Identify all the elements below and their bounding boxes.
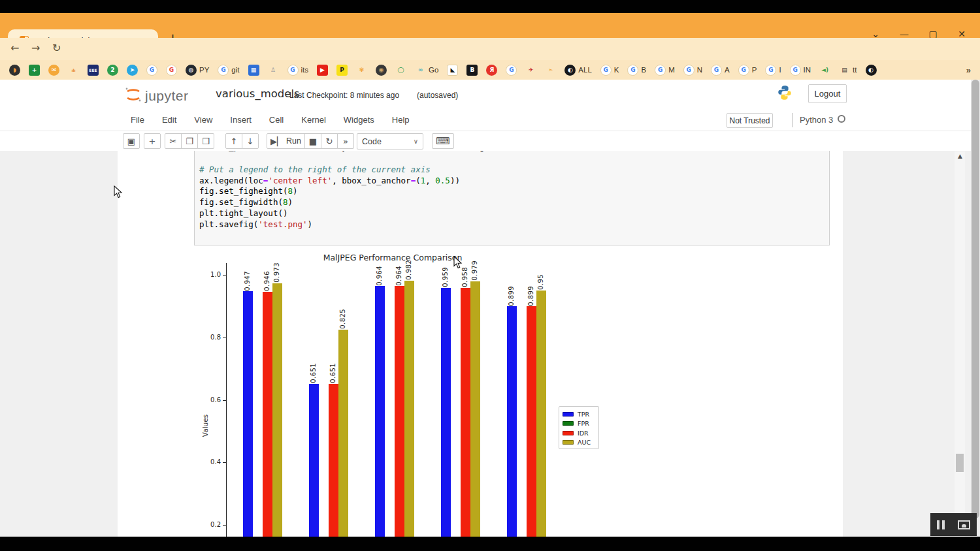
bookmark-label: M (668, 66, 675, 74)
bar-tpr-group4 (441, 288, 451, 537)
bookmark-item[interactable]: Gits (287, 65, 309, 76)
bookmark-item[interactable]: ▤tt (839, 65, 857, 76)
bookmark-item[interactable]: ◣ (447, 65, 458, 76)
bar-tpr-group2 (309, 384, 319, 537)
bookmark-item[interactable]: ✾ (356, 65, 367, 76)
bookmark-item[interactable]: GN (683, 65, 702, 76)
copy-cell-button[interactable]: ❐ (181, 133, 198, 149)
bookmark-favicon-icon: ılı (68, 65, 79, 76)
menu-edit[interactable]: Edit (162, 115, 176, 125)
code-line: fig.set_figheight(8) (199, 186, 825, 197)
bookmark-item[interactable]: G (506, 65, 517, 76)
menu-help[interactable]: Help (392, 115, 410, 125)
notebook-title[interactable]: various_models (216, 87, 300, 100)
interrupt-kernel-button[interactable]: ■ (304, 133, 321, 149)
back-button[interactable]: ← (10, 42, 19, 54)
paste-cell-button[interactable]: ❒ (197, 133, 214, 149)
restart-run-all-button[interactable]: » (337, 133, 354, 149)
bookmark-item[interactable]: GP (738, 65, 757, 76)
bookmark-favicon-icon: G (738, 65, 749, 76)
bar-auc-group1 (272, 283, 282, 537)
bookmark-item[interactable]: ◯ (395, 65, 406, 76)
bookmark-item[interactable]: ◄) (819, 65, 830, 76)
bookmark-item[interactable]: ✉ (48, 65, 59, 76)
reload-button[interactable]: ↻ (52, 42, 61, 54)
bookmark-item[interactable]: P (336, 65, 348, 76)
bookmark-favicon-icon: G (506, 65, 517, 76)
cut-cell-button[interactable]: ✂ (165, 133, 182, 149)
logout-button[interactable]: Logout (808, 84, 847, 103)
kernel-name: Python 3 (800, 115, 833, 125)
menu-view[interactable]: View (194, 115, 212, 125)
bookmark-item[interactable]: GIN (790, 65, 811, 76)
mouse-cursor (453, 256, 463, 269)
bookmark-item[interactable]: + (29, 65, 40, 76)
bookmark-item[interactable]: ▶ (317, 65, 328, 76)
bookmark-item[interactable]: Ggit (218, 65, 239, 76)
browser-scrollbar-thumb[interactable] (972, 80, 979, 518)
bookmark-item[interactable]: ➣ (545, 65, 556, 76)
bookmark-item[interactable]: ♙ (268, 65, 279, 76)
bookmark-item[interactable]: G (166, 65, 177, 76)
menu-cell[interactable]: Cell (269, 115, 284, 125)
bookmark-favicon-icon: G (765, 65, 776, 76)
browser-scrollbar-track[interactable] (971, 80, 980, 537)
bar-value-label: 0.973 (273, 262, 280, 283)
bookmark-item[interactable]: GK (600, 65, 619, 76)
bookmark-item[interactable]: ◗ (9, 65, 20, 76)
notebook-scrollbar-track[interactable] (955, 151, 965, 537)
bookmark-favicon-icon: G (627, 65, 638, 76)
bar-tpr-group1 (243, 291, 253, 537)
menu-kernel[interactable]: Kernel (301, 115, 326, 125)
jupyter-logo[interactable]: jupyter (124, 86, 189, 104)
run-label: Run (286, 136, 301, 146)
notebook-scrollbar-thumb[interactable] (956, 454, 964, 472)
menu-widgets[interactable]: Widgets (344, 115, 374, 125)
bookmark-favicon-icon: ◯ (395, 65, 406, 76)
bookmark-item[interactable]: ➤ (127, 65, 138, 76)
bookmark-item[interactable]: G (146, 65, 157, 76)
menu-insert[interactable]: Insert (230, 115, 252, 125)
cell-type-select[interactable]: Code ∨ (357, 133, 423, 150)
forward-button[interactable]: → (31, 42, 40, 54)
bookmark-item[interactable]: B (466, 65, 478, 76)
pause-icon[interactable] (937, 520, 945, 529)
code-cell[interactable]: ax.set_position([box.x0, box.y0, box.wid… (194, 148, 830, 245)
bookmark-item[interactable]: GA (711, 65, 730, 76)
y-tick-mark (223, 275, 226, 276)
toolbar-button-group: + (144, 133, 161, 149)
scroll-up-icon[interactable]: ▲ (958, 153, 962, 159)
legend-label: AUC (578, 439, 591, 446)
python-logo-icon (776, 84, 793, 104)
save-button[interactable]: ▣ (123, 133, 140, 149)
bookmark-item[interactable]: GI (765, 65, 781, 76)
restart-icon: ↻ (325, 136, 333, 146)
bookmark-item[interactable]: GM (655, 65, 675, 76)
bookmark-item[interactable]: ∞Go (415, 65, 438, 76)
not-trusted-button[interactable]: Not Trusted (727, 113, 773, 128)
bookmark-favicon-icon: G (790, 65, 801, 76)
move-cell-down-button[interactable]: ↓ (242, 133, 259, 149)
bookmark-item[interactable]: ◐ALL (564, 65, 591, 76)
bookmark-item[interactable]: EEE (88, 65, 99, 76)
keyboard-shortcuts-button[interactable]: ⌨ (432, 133, 454, 149)
bookmark-item[interactable]: GB (627, 65, 646, 76)
bookmark-item[interactable]: ◉ (376, 65, 387, 76)
jupyter-menubar: FileEditViewInsertCellKernelWidgetsHelp … (0, 110, 971, 131)
bookmark-item[interactable]: ✈ (525, 65, 536, 76)
jupyter-page: jupyter various_models Last Checkpoint: … (0, 80, 980, 537)
bookmark-item[interactable]: ◐ (866, 65, 877, 76)
bookmark-favicon-icon: ◍ (186, 65, 197, 76)
bookmark-item[interactable]: Я (486, 65, 497, 76)
bookmarks-overflow-chevron[interactable]: » (966, 65, 971, 75)
menu-file[interactable]: File (131, 115, 144, 125)
insert-cell-below-button[interactable]: + (144, 133, 161, 149)
bookmark-item[interactable]: 2 (107, 65, 118, 76)
move-cell-up-button[interactable]: ↑ (225, 133, 242, 149)
bookmark-item[interactable]: ılı (68, 65, 79, 76)
picture-in-picture-icon[interactable] (958, 520, 970, 529)
restart-kernel-button[interactable]: ↻ (321, 133, 338, 149)
bookmark-item[interactable]: ▦ (248, 65, 259, 76)
run-button[interactable]: ▶▏Run (267, 133, 305, 149)
bookmark-item[interactable]: ◍PY (186, 65, 209, 76)
